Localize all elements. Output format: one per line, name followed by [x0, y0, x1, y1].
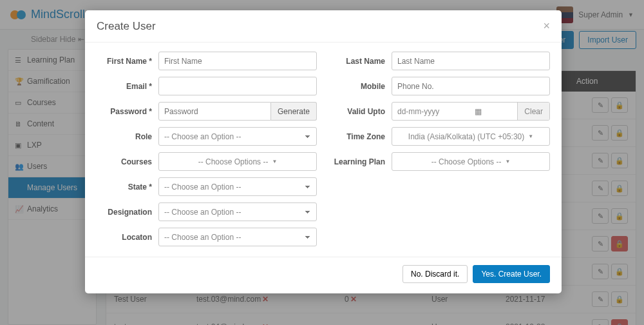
generate-password-button[interactable]: Generate [271, 102, 317, 121]
role-select[interactable]: -- Choose an Option -- [158, 127, 317, 146]
discard-button[interactable]: No. Discard it. [402, 265, 468, 283]
courses-multiselect[interactable]: -- Choose Options --▼ [158, 152, 317, 171]
calendar-icon: ▦ [469, 107, 487, 116]
label-valid-upto: Valid Upto [330, 107, 392, 116]
modal-title: Create User [97, 20, 156, 33]
first-name-input[interactable] [158, 52, 317, 70]
designation-select[interactable]: -- Choose an Option -- [158, 202, 317, 221]
label-password: Password * [97, 107, 158, 116]
confirm-create-button[interactable]: Yes. Create User. [473, 265, 550, 283]
label-location: Locaton [97, 233, 158, 242]
date-placeholder: dd-mm-yyyy [397, 107, 439, 116]
label-first-name: First Name * [97, 57, 158, 66]
create-user-modal: Create User × First Name * Email * Passw… [85, 10, 562, 293]
password-input[interactable] [158, 102, 271, 121]
label-designation: Designation [97, 208, 158, 217]
timezone-select[interactable]: India (Asia/Kolkata) (UTC +05:30)▼ [392, 127, 550, 146]
learning-plan-multiselect[interactable]: -- Choose Options --▼ [392, 152, 550, 171]
state-select[interactable]: -- Choose an Option -- [158, 177, 317, 196]
label-courses: Courses [97, 157, 158, 166]
label-state: State * [97, 182, 158, 192]
valid-upto-date[interactable]: dd-mm-yyyy ▦ Clear [392, 102, 550, 121]
label-mobile: Mobile [330, 82, 392, 91]
email-input[interactable] [158, 77, 317, 95]
close-icon[interactable]: × [543, 19, 550, 33]
chevron-down-icon: ▼ [272, 159, 277, 164]
clear-date-button[interactable]: Clear [517, 103, 549, 120]
location-select[interactable]: -- Choose an Option -- [158, 228, 317, 246]
label-last-name: Last Name [330, 57, 392, 66]
label-email: Email * [97, 82, 158, 91]
label-time-zone: Time Zone [330, 132, 392, 141]
label-learning-plan: Learning Plan [330, 157, 392, 166]
last-name-input[interactable] [392, 52, 550, 70]
mobile-input[interactable] [392, 77, 550, 95]
chevron-down-icon: ▼ [505, 159, 510, 164]
chevron-down-icon: ▼ [528, 133, 533, 139]
label-role: Role [97, 132, 158, 141]
